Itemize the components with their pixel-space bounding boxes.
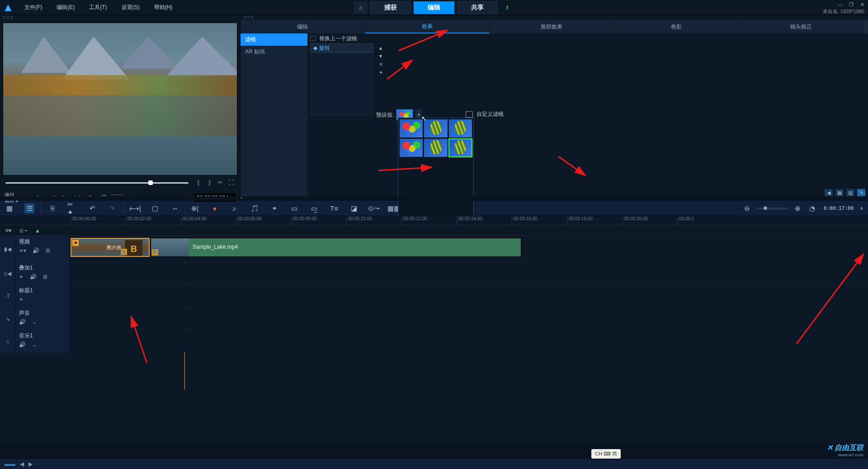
- fullscreen-icon[interactable]: ⛶: [227, 179, 235, 186]
- track-label: 音乐1: [19, 332, 66, 340]
- preset-option[interactable]: [400, 119, 423, 137]
- applied-filter-item[interactable]: ◆ 旋转: [310, 43, 373, 52]
- show-all-tracks-icon[interactable]: ≡▾: [5, 227, 13, 235]
- collapse-panel-icon[interactable]: ◀: [825, 189, 833, 196]
- track-voice: ↘ 声音 🔊 ⌄: [0, 308, 868, 330]
- window-controls: — ❐ ✕: [837, 2, 865, 8]
- drag-handle-icon[interactable]: ⠿⠿⠿: [241, 15, 868, 20]
- subtab-effect[interactable]: 效果: [365, 20, 490, 33]
- transition-icon[interactable]: B: [125, 240, 143, 257]
- preview-viewport[interactable]: [3, 23, 237, 175]
- fit-timeline-icon[interactable]: ◔: [807, 204, 817, 213]
- split-icon[interactable]: ✂: [217, 179, 224, 186]
- ruler-mark: 00:00:2: [677, 216, 694, 225]
- tab-capture[interactable]: 捕获: [370, 1, 411, 14]
- scrubber-knob[interactable]: [148, 180, 153, 185]
- home-button[interactable]: ⌂: [354, 1, 368, 14]
- mark-in-icon[interactable]: ⟦: [195, 179, 202, 186]
- subtab-lens[interactable]: 镜头校正: [739, 20, 863, 33]
- layout-a-icon[interactable]: ▦: [835, 189, 844, 196]
- track-ripple-icon[interactable]: ⊞: [46, 247, 50, 254]
- preview-scrubber[interactable]: ⟦ ⟧ ✂ ⛶: [5, 178, 235, 187]
- remove-filter-icon[interactable]: ✕: [377, 62, 384, 68]
- upload-button[interactable]: ⬆: [500, 1, 514, 14]
- menu-settings[interactable]: 设置(S): [119, 2, 142, 13]
- timeline-timecode[interactable]: 0:00:17:00: [822, 205, 855, 211]
- track-mute-icon[interactable]: 🔊: [19, 319, 26, 325]
- ruler-mark: 00:00:16:00: [512, 216, 538, 225]
- minimize-button[interactable]: —: [837, 2, 844, 8]
- 3d-icon[interactable]: ◪: [349, 204, 359, 213]
- clip-name: Sample_Lake.mp4: [193, 244, 238, 250]
- track-mute-icon[interactable]: 🔊: [30, 274, 37, 280]
- replace-prev-checkbox[interactable]: [310, 36, 316, 41]
- move-down-icon[interactable]: ▼: [377, 53, 384, 60]
- track-ripple-icon[interactable]: ⊞: [43, 274, 47, 280]
- zoom-out-icon[interactable]: ⊖: [742, 204, 752, 213]
- subtitle-icon[interactable]: ▭̲: [309, 204, 319, 213]
- motion-track-icon[interactable]: ⊙⤳: [369, 204, 379, 213]
- track-manager-icon[interactable]: T≡: [329, 204, 339, 213]
- chapter-icon[interactable]: ▭: [289, 204, 299, 213]
- effect-category-list: 滤镜 AR 贴纸: [241, 33, 307, 196]
- clip-video[interactable]: 🔊 Sample_Lake.mp4: [151, 238, 521, 257]
- category-ar-sticker[interactable]: AR 贴纸: [241, 46, 307, 58]
- voice-track-icon: ↘: [0, 308, 15, 330]
- track-link-icon[interactable]: ⚭▾: [19, 247, 26, 254]
- menu-file[interactable]: 文件(F): [22, 2, 45, 13]
- subtab-edit[interactable]: 编辑: [241, 20, 365, 33]
- replace-prev-label: 替换上一个滤镜: [319, 35, 357, 43]
- custom-filter-button[interactable]: 自定义滤镜: [466, 110, 504, 118]
- applied-filters-list[interactable]: [310, 52, 373, 116]
- preset-option[interactable]: [400, 139, 423, 157]
- preset-popup: [398, 118, 474, 219]
- category-filter[interactable]: 滤镜: [241, 33, 307, 46]
- redo-button[interactable]: ↷: [107, 204, 117, 213]
- preset-option[interactable]: [424, 139, 447, 157]
- subtab-face[interactable]: 脸部效果: [490, 20, 614, 33]
- timeline-ruler[interactable]: 00:00:00:0000:00:02:0000:00:04:0000:00:0…: [0, 216, 868, 225]
- tab-share[interactable]: 共享: [457, 1, 498, 14]
- move-up-icon[interactable]: ▲: [377, 45, 384, 52]
- track-mute-icon[interactable]: 🔊: [19, 341, 26, 348]
- scroll-left-icon[interactable]: ◀: [20, 461, 24, 467]
- multicam-icon[interactable]: ▦▦: [389, 204, 399, 213]
- track-link-icon[interactable]: ⚭: [19, 296, 24, 303]
- menu-tools[interactable]: 工具(T): [86, 2, 109, 13]
- clip-label: 图片效: [107, 244, 122, 251]
- close-button[interactable]: ✕: [859, 2, 865, 8]
- tab-edit[interactable]: 编辑: [414, 1, 454, 14]
- track-height-icon[interactable]: ⫼▾: [19, 227, 27, 235]
- clip-audio-icon: 🔊: [152, 249, 158, 256]
- drag-handle-icon[interactable]: ⠿⠿⠿: [0, 15, 240, 20]
- track-label: 叠加1: [19, 264, 66, 272]
- auto-music-icon[interactable]: 🎵: [250, 204, 259, 213]
- menu-edit[interactable]: 编辑(E): [54, 2, 77, 13]
- zoom-in-icon[interactable]: ⊕: [793, 204, 803, 213]
- track-mute-icon[interactable]: 🔊: [33, 247, 39, 254]
- options-sub-tabs: 编辑 效果 脸部效果 色彩 镜头校正: [241, 20, 868, 33]
- menu-help[interactable]: 帮助(H): [151, 2, 175, 13]
- filter-settings-icon[interactable]: ✦: [377, 70, 384, 76]
- track-expand-icon[interactable]: ⌄: [32, 341, 37, 348]
- zoom-slider[interactable]: [757, 208, 788, 209]
- track-link-icon[interactable]: ⚭: [19, 274, 24, 280]
- link-icon[interactable]: ⚭: [269, 204, 279, 213]
- preset-option-selected[interactable]: [449, 139, 472, 157]
- scroll-thumb-icon[interactable]: ▬▬: [5, 461, 15, 467]
- add-track-icon[interactable]: ▲: [33, 227, 42, 235]
- mark-out-icon[interactable]: ⟧: [206, 179, 213, 186]
- scroll-right-icon[interactable]: ▶: [28, 461, 33, 467]
- clip-image[interactable]: ★ 图片效 B 🔊: [71, 238, 150, 257]
- subtab-color[interactable]: 色彩: [614, 20, 739, 33]
- scroll-indicator[interactable]: [863, 20, 868, 33]
- ime-indicator[interactable]: CH ⌨ 简: [591, 449, 621, 459]
- track-expand-icon[interactable]: ⌄: [32, 319, 37, 325]
- restore-button[interactable]: ❐: [848, 2, 854, 8]
- effect-content: 替换上一个滤镜 ◆ 旋转 ▲ ▼ ✕ ✦ 预设值: ▼: [307, 33, 868, 196]
- preset-option[interactable]: [424, 119, 447, 137]
- layout-b-icon[interactable]: ▥: [846, 189, 854, 196]
- preset-option[interactable]: [449, 119, 472, 137]
- layout-edit-icon[interactable]: ✎: [857, 189, 865, 196]
- horizontal-divider[interactable]: [0, 196, 868, 201]
